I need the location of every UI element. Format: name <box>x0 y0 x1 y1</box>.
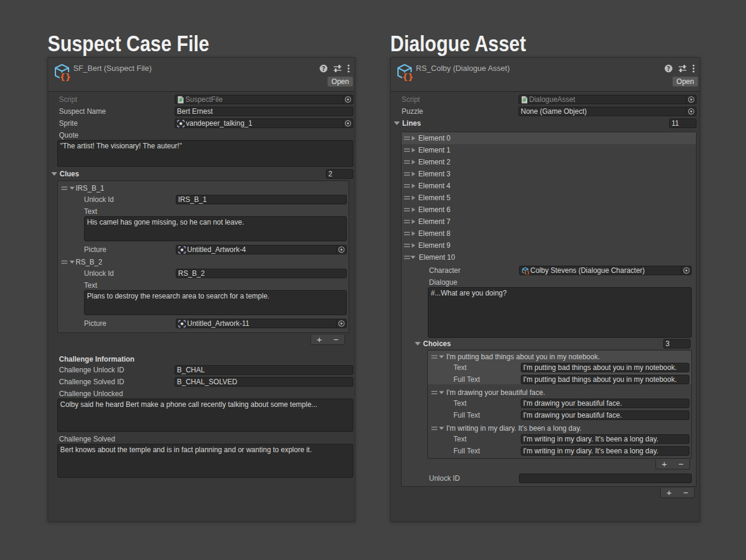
add-line-button[interactable]: + <box>663 489 675 497</box>
picture-field[interactable]: Untitled_Artwork-11 <box>176 319 347 328</box>
presets-icon[interactable] <box>333 64 342 73</box>
drag-handle-icon[interactable] <box>404 147 410 153</box>
choice-item-header[interactable]: I'm drawing your beautiful face. <box>428 387 691 399</box>
quote-textarea[interactable]: "The artist! The visionary! The auteur!" <box>57 140 353 167</box>
drag-handle-icon[interactable] <box>404 195 410 201</box>
clue-item: IRS_B_1 Unlock Id IRS_B_1 Text His camel… <box>58 183 349 254</box>
lines-foldout-row[interactable]: Lines 11 <box>391 119 697 128</box>
remove-line-button[interactable]: − <box>680 489 692 497</box>
dialogue-textarea[interactable]: #...What are you doing? <box>428 287 692 338</box>
presets-icon[interactable] <box>678 64 687 73</box>
drag-handle-icon[interactable] <box>61 185 67 191</box>
remove-clue-button[interactable]: − <box>330 335 342 344</box>
drag-handle-icon[interactable] <box>404 183 410 189</box>
kebab-menu-icon[interactable] <box>692 64 695 73</box>
line-element-row[interactable]: Element 8 <box>402 228 696 239</box>
choice-text-field[interactable]: I'm putting bad things about you in my n… <box>521 363 689 372</box>
add-clue-button[interactable]: + <box>313 335 325 344</box>
choice-full-text-field[interactable]: I'm putting bad things about you in my n… <box>521 375 689 384</box>
drag-handle-icon[interactable] <box>404 159 410 165</box>
line-element-row[interactable]: Element 3 <box>402 168 696 180</box>
drag-handle-icon[interactable] <box>431 390 437 396</box>
choice-full-text-field[interactable]: I'm writing in my diary. It's been a lon… <box>521 446 689 456</box>
field-value: SuspectFile <box>185 95 341 104</box>
puzzle-field[interactable]: None (Game Object) <box>518 107 697 116</box>
picture-field[interactable]: Untitled_Artwork-4 <box>176 245 347 254</box>
line-element-row[interactable]: Element 6 <box>402 204 696 216</box>
drag-handle-icon[interactable] <box>404 242 410 248</box>
clue-item-header[interactable]: RS_B_2 <box>58 257 349 267</box>
choice-full-text-field[interactable]: I'm drawing your beautiful face. <box>521 410 689 420</box>
choice-text-field[interactable]: I'm writing in my diary. It's been a lon… <box>521 434 689 444</box>
object-picker-icon[interactable] <box>336 319 346 328</box>
object-picker-icon[interactable] <box>681 266 691 275</box>
sprite-icon <box>178 246 187 254</box>
choice-text-field[interactable]: I'm drawing your beautiful face. <box>521 399 689 408</box>
remove-choice-button[interactable]: − <box>675 460 687 468</box>
object-picker-icon[interactable] <box>336 245 346 254</box>
help-icon[interactable]: ? <box>664 64 673 73</box>
drag-handle-icon[interactable] <box>404 207 410 213</box>
foldout-closed-icon <box>412 148 415 153</box>
line-element-row[interactable]: Element 0 <box>402 132 696 144</box>
unlock-id-field[interactable]: IRS_B_1 <box>176 195 347 204</box>
challenge-unlock-id-row: Challenge Unlock ID B_CHAL <box>48 365 353 375</box>
object-picker-icon[interactable] <box>686 107 695 116</box>
text-label: Text <box>58 281 97 290</box>
drag-handle-icon[interactable] <box>404 171 410 177</box>
choices-count-field[interactable]: 3 <box>663 339 691 349</box>
drag-handle-icon[interactable] <box>404 254 410 260</box>
line-element-row[interactable]: Element 9 <box>402 239 696 251</box>
challenge-solved-id-field[interactable]: B_CHAL_SOLVED <box>175 377 353 387</box>
line-element-row[interactable]: Element 1 <box>402 144 696 156</box>
foldout-closed-icon <box>412 136 415 141</box>
list-add-remove-tab: + − <box>310 335 345 345</box>
sprite-field[interactable]: vandepeer_talking_1 <box>175 119 353 128</box>
unlock-id-field[interactable]: RS_B_2 <box>176 269 347 278</box>
add-choice-button[interactable]: + <box>658 460 670 468</box>
lines-count-field[interactable]: 11 <box>669 119 697 128</box>
clue-textarea[interactable]: Plans to destroy the research area to se… <box>84 290 347 315</box>
clues-count-field[interactable]: 2 <box>326 169 353 179</box>
challenge-unlocked-textarea[interactable]: Colby said he heard Bert make a phone ca… <box>57 399 353 432</box>
drag-handle-icon[interactable] <box>404 219 410 225</box>
clue-item-header[interactable]: IRS_B_1 <box>58 183 349 194</box>
object-picker-icon[interactable] <box>343 119 352 127</box>
choice-item-header[interactable]: I'm writing in my diary. It's been a lon… <box>428 422 691 434</box>
character-field[interactable]: {} Colby Stevens (Dialogue Character) <box>519 266 692 275</box>
drag-handle-icon[interactable] <box>404 231 410 237</box>
open-button[interactable]: Open <box>672 76 698 87</box>
unlock-id-label: Unlock Id <box>58 269 176 278</box>
suspect-name-field[interactable]: Bert Ernest <box>175 107 353 116</box>
help-icon[interactable]: ? <box>319 64 328 73</box>
drag-handle-icon[interactable] <box>404 135 410 141</box>
drag-handle-icon[interactable] <box>431 425 437 431</box>
choice-item-header[interactable]: I'm putting bad things about you in my n… <box>428 351 691 363</box>
inspector-body: Script # DialogueAsset Puzzle None (Game… <box>391 92 700 499</box>
object-picker-icon[interactable] <box>343 95 352 104</box>
script-field[interactable]: # DialogueAsset <box>518 95 697 104</box>
script-field[interactable]: # SuspectFile <box>175 95 353 104</box>
line-element-row[interactable]: Element 5 <box>402 192 696 204</box>
element-label: Element 9 <box>418 241 450 250</box>
drag-handle-icon[interactable] <box>61 259 67 265</box>
choices-foldout-row[interactable]: Choices 3 <box>402 339 691 349</box>
foldout-closed-icon <box>412 160 415 164</box>
choice-text-row: Text I'm putting bad things about you in… <box>428 363 689 372</box>
line-element-row[interactable]: Element 4 <box>402 180 696 192</box>
clue-textarea[interactable]: His camel has gone missing, so he can no… <box>84 216 347 241</box>
unlock-id-field[interactable] <box>519 474 692 483</box>
challenge-solved-textarea[interactable]: Bert knows about the temple and is in fa… <box>57 444 353 478</box>
line-element-row[interactable]: Element 7 <box>402 216 696 228</box>
clues-foldout-row[interactable]: Clues 2 <box>48 169 353 179</box>
foldout-closed-icon <box>412 231 415 236</box>
object-picker-icon[interactable] <box>686 95 695 104</box>
drag-handle-icon[interactable] <box>431 354 437 360</box>
open-button[interactable]: Open <box>327 76 353 87</box>
challenge-unlocked-label-row: Challenge Unlocked <box>48 389 355 399</box>
kebab-menu-icon[interactable] <box>347 64 350 73</box>
line-element-row[interactable]: Element 2 <box>402 156 696 168</box>
foldout-open-icon <box>439 355 445 358</box>
line-element-row-expanded[interactable]: Element 10 <box>402 251 696 263</box>
challenge-unlock-id-field[interactable]: B_CHAL <box>175 365 353 375</box>
